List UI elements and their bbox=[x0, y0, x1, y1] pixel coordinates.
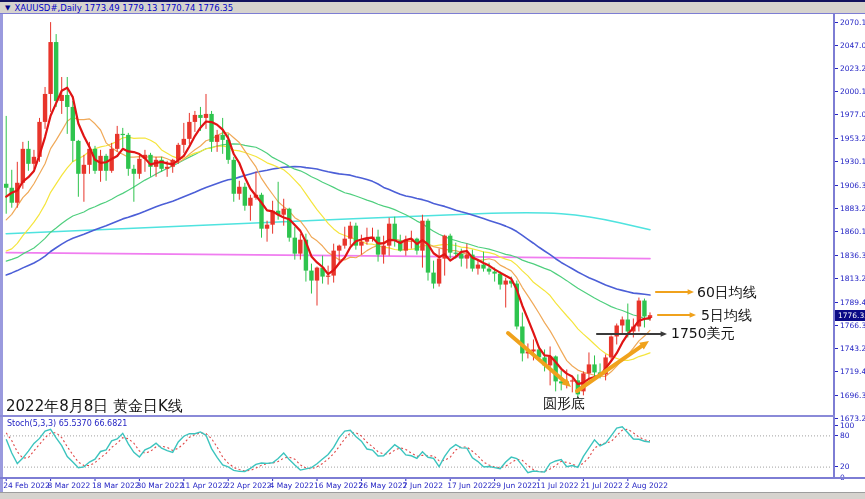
price-axis-label: 1860.10 bbox=[835, 227, 865, 236]
price-axis-border bbox=[833, 14, 835, 479]
price-axis-label: 1906.30 bbox=[835, 181, 865, 190]
price-axis-label: 1836.30 bbox=[835, 251, 865, 260]
date-axis-label: 18 Mar 2022 bbox=[92, 481, 140, 490]
date-axis-label: 21 Jul 2022 bbox=[580, 481, 622, 490]
price-axis-label: 1953.20 bbox=[835, 134, 865, 143]
date-axis-label: 4 May 2022 bbox=[270, 481, 314, 490]
date-axis-label: 16 May 2022 bbox=[314, 481, 363, 490]
price-axis-label: 2000.10 bbox=[835, 87, 865, 96]
ma60-annotation-label: 60日均线 bbox=[697, 284, 757, 302]
date-axis-label: 30 Mar 2022 bbox=[136, 481, 184, 490]
chart-title: XAUUSD#,Daily 1773.49 1779.13 1770.74 17… bbox=[14, 3, 233, 13]
date-axis[interactable]: 24 Feb 20228 Mar 202218 Mar 202230 Mar 2… bbox=[0, 479, 833, 492]
date-axis-label: 22 Apr 2022 bbox=[225, 481, 271, 490]
stoch-axis-label: 100 bbox=[835, 421, 854, 430]
date-axis-label: 11 Apr 2022 bbox=[181, 481, 227, 490]
price-axis[interactable]: 2070.102047.002023.202000.101977.001953.… bbox=[835, 14, 865, 477]
window-bottom-bar bbox=[0, 492, 865, 499]
price-axis-label: 1696.30 bbox=[835, 391, 865, 400]
stoch-indicator-label: Stoch(5,3,3) 65.5370 66.6821 bbox=[7, 419, 127, 428]
date-axis-label: 8 Mar 2022 bbox=[48, 481, 91, 490]
chart-caption: 2022年8月8日 黄金日K线 bbox=[6, 397, 183, 416]
date-axis-label: 11 Jul 2022 bbox=[536, 481, 578, 490]
chart-canvas[interactable] bbox=[0, 0, 865, 499]
stoch-axis-label: 80 bbox=[835, 431, 850, 440]
chart-window: ▼XAUUSD#,Daily 1773.49 1779.13 1770.74 1… bbox=[0, 0, 865, 499]
current-price-badge: 1776.35 bbox=[835, 310, 865, 321]
price-axis-label: 1930.10 bbox=[835, 157, 865, 166]
date-axis-label: 29 Jun 2022 bbox=[492, 481, 537, 490]
date-axis-label: 17 Jun 2022 bbox=[447, 481, 492, 490]
price-axis-label: 1743.20 bbox=[835, 344, 865, 353]
stoch-panel-bottom-border bbox=[0, 477, 865, 479]
chart-title-bar: ▼XAUUSD#,Daily 1773.49 1779.13 1770.74 1… bbox=[0, 2, 865, 14]
stoch-axis-label: 20 bbox=[835, 462, 850, 471]
price-axis-label: 2023.20 bbox=[835, 64, 865, 73]
date-axis-label: 2 Aug 2022 bbox=[625, 481, 668, 490]
price-axis-label: 1766.30 bbox=[835, 321, 865, 330]
date-axis-label: 24 Feb 2022 bbox=[3, 481, 50, 490]
price-axis-label: 2047.00 bbox=[835, 41, 865, 50]
price-axis-label: 2070.10 bbox=[835, 18, 865, 27]
panel-separator[interactable] bbox=[0, 415, 835, 417]
price-axis-label: 1719.40 bbox=[835, 367, 865, 376]
round-bottom-annotation-label: 圆形底 bbox=[543, 395, 585, 413]
date-axis-label: 26 May 2022 bbox=[358, 481, 407, 490]
price-axis-label: 1813.20 bbox=[835, 274, 865, 283]
price-axis-label: 1789.40 bbox=[835, 298, 865, 307]
price-1750-annotation-label: 1750美元 bbox=[671, 325, 735, 343]
collapse-icon[interactable]: ▼ bbox=[5, 2, 10, 14]
ma5-annotation-label: 5日均线 bbox=[701, 307, 752, 325]
window-left-border bbox=[0, 14, 3, 492]
price-axis-label: 1977.00 bbox=[835, 110, 865, 119]
date-axis-label: 7 Jun 2022 bbox=[403, 481, 443, 490]
price-axis-label: 1883.20 bbox=[835, 204, 865, 213]
